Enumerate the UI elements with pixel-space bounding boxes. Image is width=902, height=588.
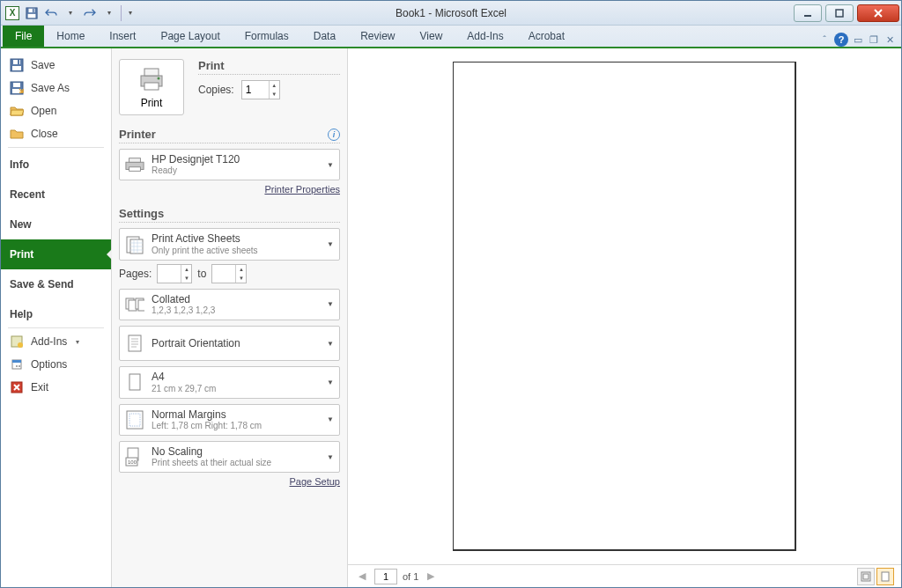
scope-sub: Only print the active sheets — [152, 246, 258, 256]
margins-title: Normal Margins — [152, 408, 262, 421]
sidebar-addins[interactable]: Add-Ins ▾ — [1, 330, 111, 353]
svg-rect-41 — [863, 574, 869, 579]
help-icon[interactable]: ? — [834, 33, 848, 47]
sidebar-save-send[interactable]: Save & Send — [1, 269, 111, 299]
tab-data[interactable]: Data — [301, 26, 348, 47]
save-as-icon — [10, 81, 24, 95]
chevron-down-icon: ▼ — [327, 453, 334, 461]
doc-minimize-icon[interactable]: ▭ — [852, 33, 864, 46]
sidebar-save[interactable]: Save — [1, 54, 111, 77]
paper-size-selector[interactable]: A4 21 cm x 29,7 cm ▼ — [119, 366, 340, 398]
backstage-view: Save Save As Open Close Info Recent New … — [1, 48, 901, 587]
minimize-button[interactable] — [794, 4, 822, 22]
qat-undo-menu-icon[interactable]: ▾ — [63, 5, 78, 21]
collate-selector[interactable]: Collated 1,2,3 1,2,3 1,2,3 ▼ — [119, 289, 340, 320]
spin-down-icon[interactable]: ▼ — [270, 90, 279, 99]
sidebar-label: Save — [31, 59, 55, 71]
doc-close-icon[interactable]: ✕ — [884, 33, 896, 46]
page-setup-link[interactable]: Page Setup — [119, 476, 340, 487]
sidebar-print[interactable]: Print — [1, 239, 111, 269]
margins-selector[interactable]: Normal Margins Left: 1,78 cm Right: 1,78… — [119, 404, 340, 436]
maximize-button[interactable] — [825, 4, 854, 22]
qat-redo-icon[interactable] — [82, 5, 98, 21]
tab-insert[interactable]: Insert — [97, 26, 148, 47]
sidebar-recent[interactable]: Recent — [1, 180, 111, 209]
paper-title: A4 — [152, 371, 216, 383]
tab-file[interactable]: File — [3, 26, 44, 47]
sidebar-label: Add-Ins — [31, 335, 67, 348]
ribbon-tabs: File Home Insert Page Layout Formulas Da… — [1, 26, 901, 48]
spin-down-icon[interactable]: ▼ — [236, 274, 246, 283]
printer-properties-link[interactable]: Printer Properties — [119, 184, 340, 195]
sidebar-exit[interactable]: Exit — [1, 376, 111, 399]
printer-selector[interactable]: HP Designjet T120 Ready ▼ — [119, 149, 340, 180]
print-heading: Print — [198, 59, 340, 75]
tab-addins[interactable]: Add-Ins — [455, 26, 515, 47]
svg-rect-42 — [882, 572, 889, 581]
orientation-selector[interactable]: Portrait Orientation ▼ — [119, 326, 340, 361]
sidebar-options[interactable]: Options — [1, 353, 111, 376]
spin-up-icon[interactable]: ▲ — [270, 81, 279, 90]
svg-rect-21 — [144, 69, 159, 76]
tab-review[interactable]: Review — [348, 26, 407, 47]
addins-icon — [10, 334, 24, 349]
print-button[interactable]: Print — [119, 59, 184, 115]
spin-up-icon[interactable]: ▲ — [236, 265, 246, 274]
printer-name: HP Designjet T120 — [152, 153, 240, 165]
tab-acrobat[interactable]: Acrobat — [516, 26, 577, 47]
prev-page-icon[interactable]: ◀ — [355, 570, 369, 582]
sidebar-label: Info — [10, 158, 29, 171]
print-button-label: Print — [141, 97, 163, 109]
tab-page-layout[interactable]: Page Layout — [148, 26, 232, 47]
next-page-icon[interactable]: ▶ — [424, 570, 438, 582]
sidebar-label: Save & Send — [10, 278, 74, 290]
print-preview-area: ◀ of 1 ▶ — [348, 48, 901, 587]
chevron-down-icon: ▾ — [76, 338, 79, 346]
tab-view[interactable]: View — [408, 26, 455, 47]
svg-rect-33 — [129, 335, 141, 351]
qat-redo-menu-icon[interactable]: ▾ — [101, 5, 117, 21]
ribbon-minimize-icon[interactable]: ˆ — [818, 33, 831, 46]
copies-spinner[interactable]: ▲▼ — [241, 80, 280, 99]
print-settings-panel: Print Print Copies: ▲▼ Printer i — [112, 48, 348, 587]
qat-save-icon[interactable] — [24, 5, 40, 21]
margins-sub: Left: 1,78 cm Right: 1,78 cm — [152, 421, 262, 431]
excel-app-icon[interactable]: X — [4, 5, 20, 21]
pages-from-spinner[interactable]: ▲▼ — [157, 264, 192, 283]
pages-to-input[interactable] — [212, 268, 235, 280]
collate-sub: 1,2,3 1,2,3 1,2,3 — [152, 305, 215, 316]
copies-input[interactable] — [242, 84, 269, 96]
spin-up-icon[interactable]: ▲ — [181, 265, 191, 274]
chevron-down-icon: ▼ — [327, 300, 334, 308]
sidebar-info[interactable]: Info — [1, 150, 111, 180]
sidebar-new[interactable]: New — [1, 209, 111, 239]
collate-icon — [125, 295, 144, 314]
doc-restore-icon[interactable]: ❐ — [868, 33, 880, 46]
sidebar-help[interactable]: Help — [1, 299, 111, 326]
pages-label: Pages: — [119, 268, 152, 280]
exit-icon — [10, 380, 24, 394]
show-margins-button[interactable] — [857, 568, 875, 585]
svg-rect-9 — [18, 60, 19, 64]
current-page-input[interactable] — [374, 569, 397, 584]
tab-home[interactable]: Home — [44, 26, 97, 47]
svg-rect-3 — [33, 8, 34, 11]
info-icon[interactable]: i — [328, 129, 340, 141]
tab-formulas[interactable]: Formulas — [233, 26, 301, 47]
chevron-down-icon: ▼ — [327, 379, 334, 386]
pages-from-input[interactable] — [158, 268, 181, 280]
copies-label: Copies: — [198, 84, 234, 96]
zoom-to-page-button[interactable] — [876, 568, 894, 585]
paper-icon — [125, 372, 144, 392]
pages-to-spinner[interactable]: ▲▼ — [211, 264, 247, 283]
close-button[interactable] — [857, 4, 899, 22]
sidebar-close[interactable]: Close — [1, 122, 111, 145]
scaling-selector[interactable]: 100 No Scaling Print sheets at their act… — [119, 441, 340, 473]
spin-down-icon[interactable]: ▼ — [181, 274, 191, 283]
print-scope-selector[interactable]: Print Active Sheets Only print the activ… — [119, 228, 340, 260]
sidebar-save-as[interactable]: Save As — [1, 77, 111, 99]
chevron-down-icon: ▼ — [327, 161, 334, 169]
qat-undo-icon[interactable] — [43, 5, 59, 21]
qat-customize-icon[interactable]: ▾ — [121, 5, 137, 21]
sidebar-open[interactable]: Open — [1, 99, 111, 122]
